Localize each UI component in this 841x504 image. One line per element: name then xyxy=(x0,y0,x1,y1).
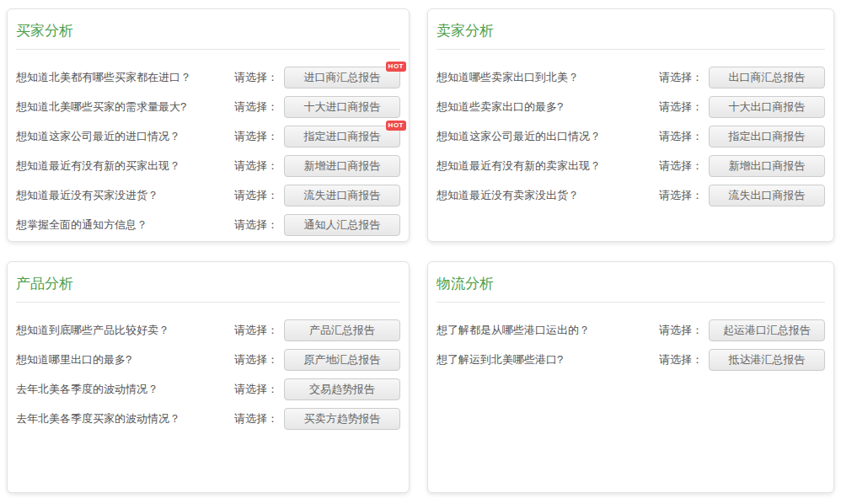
panel-title-product: 产品分析 xyxy=(16,262,400,303)
report-button-product-2[interactable]: 交易趋势报告 xyxy=(284,378,400,400)
panel-rows-logistics: 想了解都是从哪些港口运出的？ 请选择： 起运港口汇总报告 想了解运到北美哪些港口… xyxy=(437,319,825,371)
report-dashboard: 买家分析 想知道北美都有哪些买家都在进口？ 请选择： 进口商汇总报告 HOT 想… xyxy=(0,0,841,504)
select-label: 请选择： xyxy=(234,70,278,85)
report-button-logistics-0[interactable]: 起运港口汇总报告 xyxy=(709,319,825,341)
question-text: 想知道这家公司最近的进口情况？ xyxy=(16,129,234,144)
question-text: 想知道哪里出口的最多? xyxy=(16,352,234,367)
report-row: 想知道些卖家出口的最多? 请选择： 十大出口商报告 xyxy=(437,96,825,118)
select-label: 请选择： xyxy=(659,99,703,115)
report-row: 想掌握全面的通知方信息？ 请选择： 通知人汇总报告 xyxy=(16,214,400,236)
panel-title-logistics: 物流分析 xyxy=(437,262,825,303)
hot-badge: HOT xyxy=(386,121,406,131)
report-button-buyer-2[interactable]: 指定进口商报告 HOT xyxy=(284,126,400,147)
select-label: 请选择： xyxy=(234,129,278,144)
report-button-product-0[interactable]: 产品汇总报告 xyxy=(284,319,400,341)
panel-title-seller: 卖家分析 xyxy=(437,9,825,50)
question-text: 想知道北美哪些买家的需求量最大? xyxy=(16,99,234,115)
report-row: 想知道北美都有哪些买家都在进口？ 请选择： 进口商汇总报告 HOT xyxy=(16,67,400,88)
panel-rows-buyer: 想知道北美都有哪些买家都在进口？ 请选择： 进口商汇总报告 HOT 想知道北美哪… xyxy=(16,67,400,236)
select-label: 请选择： xyxy=(234,352,278,367)
question-text: 去年北美各季度买家的波动情况？ xyxy=(16,411,234,426)
select-label: 请选择： xyxy=(234,158,278,174)
report-row: 想知道最近没有卖家没出货？ 请选择： 流失出口商报告 xyxy=(437,185,825,206)
question-text: 想知道最近有没有新的卖家出现？ xyxy=(437,158,659,174)
panel-seller: 卖家分析 想知道哪些卖家出口到北美？ 请选择： 出口商汇总报告 想知道些卖家出口… xyxy=(427,8,834,242)
report-row: 想知道最近有没有新的卖家出现？ 请选择： 新增出口商报告 xyxy=(437,155,825,177)
report-button-seller-0[interactable]: 出口商汇总报告 xyxy=(709,67,825,88)
select-label: 请选择： xyxy=(659,158,703,174)
hot-badge: HOT xyxy=(386,62,406,72)
question-text: 想知道些卖家出口的最多? xyxy=(437,99,659,115)
report-row: 想知道这家公司最近的出口情况？ 请选择： 指定出口商报告 xyxy=(437,126,825,147)
panel-logistics: 物流分析 想了解都是从哪些港口运出的？ 请选择： 起运港口汇总报告 想了解运到北… xyxy=(427,261,834,493)
report-button-seller-1[interactable]: 十大出口商报告 xyxy=(709,96,825,118)
question-text: 想知道这家公司最近的出口情况？ xyxy=(437,129,659,144)
panel-buyer: 买家分析 想知道北美都有哪些买家都在进口？ 请选择： 进口商汇总报告 HOT 想… xyxy=(7,8,410,242)
report-button-label: 新增进口商报告 xyxy=(304,159,381,172)
report-button-logistics-1[interactable]: 抵达港汇总报告 xyxy=(709,349,825,371)
select-label: 请选择： xyxy=(659,323,703,338)
select-label: 请选择： xyxy=(234,382,278,397)
question-text: 去年北美各季度的波动情况？ xyxy=(16,382,234,397)
select-label: 请选择： xyxy=(234,323,278,338)
select-label: 请选择： xyxy=(234,411,278,426)
report-row: 去年北美各季度的波动情况？ 请选择： 交易趋势报告 xyxy=(16,378,400,400)
report-row: 想知道哪里出口的最多? 请选择： 原产地汇总报告 xyxy=(16,349,400,371)
report-button-seller-4[interactable]: 流失出口商报告 xyxy=(709,185,825,206)
report-row: 想知道哪些卖家出口到北美？ 请选择： 出口商汇总报告 xyxy=(437,67,825,88)
report-button-buyer-3[interactable]: 新增进口商报告 xyxy=(284,155,400,177)
panel-rows-seller: 想知道哪些卖家出口到北美？ 请选择： 出口商汇总报告 想知道些卖家出口的最多? … xyxy=(437,67,825,206)
select-label: 请选择： xyxy=(659,129,703,144)
panel-product: 产品分析 想知道到底哪些产品比较好卖？ 请选择： 产品汇总报告 想知道哪里出口的… xyxy=(7,261,410,493)
panel-title-buyer: 买家分析 xyxy=(16,9,400,50)
report-button-label: 流失进口商报告 xyxy=(304,189,381,201)
report-button-seller-2[interactable]: 指定出口商报告 xyxy=(709,126,825,147)
report-button-label: 十大出口商报告 xyxy=(729,100,806,113)
report-button-label: 交易趋势报告 xyxy=(309,383,375,395)
question-text: 想知道哪些卖家出口到北美？ xyxy=(437,70,659,85)
report-button-seller-3[interactable]: 新增出口商报告 xyxy=(709,155,825,177)
question-text: 想知道最近没有买家没进货？ xyxy=(16,188,234,203)
select-label: 请选择： xyxy=(659,188,703,203)
report-row: 想了解都是从哪些港口运出的？ 请选择： 起运港口汇总报告 xyxy=(437,319,825,341)
report-button-label: 进口商汇总报告 xyxy=(304,71,381,83)
report-button-buyer-4[interactable]: 流失进口商报告 xyxy=(284,185,400,206)
question-text: 想知道到底哪些产品比较好卖？ xyxy=(16,323,234,338)
select-label: 请选择： xyxy=(234,99,278,115)
report-button-product-3[interactable]: 买卖方趋势报告 xyxy=(284,408,400,430)
report-row: 想知道最近有没有新的买家出现？ 请选择： 新增进口商报告 xyxy=(16,155,400,177)
report-button-product-1[interactable]: 原产地汇总报告 xyxy=(284,349,400,371)
report-button-label: 买卖方趋势报告 xyxy=(304,412,381,425)
report-row: 去年北美各季度买家的波动情况？ 请选择： 买卖方趋势报告 xyxy=(16,408,400,430)
question-text: 想了解运到北美哪些港口? xyxy=(437,352,659,367)
question-text: 想知道北美都有哪些买家都在进口？ xyxy=(16,70,234,85)
question-text: 想掌握全面的通知方信息？ xyxy=(16,217,234,233)
report-button-label: 抵达港汇总报告 xyxy=(729,353,806,366)
select-label: 请选择： xyxy=(659,352,703,367)
report-button-label: 指定出口商报告 xyxy=(729,130,806,142)
report-button-label: 通知人汇总报告 xyxy=(304,218,381,231)
report-button-label: 指定进口商报告 xyxy=(304,130,381,142)
report-button-buyer-1[interactable]: 十大进口商报告 xyxy=(284,96,400,118)
report-row: 想知道这家公司最近的进口情况？ 请选择： 指定进口商报告 HOT xyxy=(16,126,400,147)
panel-rows-product: 想知道到底哪些产品比较好卖？ 请选择： 产品汇总报告 想知道哪里出口的最多? 请… xyxy=(16,319,400,430)
question-text: 想了解都是从哪些港口运出的？ xyxy=(437,323,659,338)
report-button-label: 原产地汇总报告 xyxy=(304,353,381,366)
report-row: 想知道到底哪些产品比较好卖？ 请选择： 产品汇总报告 xyxy=(16,319,400,341)
report-button-label: 产品汇总报告 xyxy=(309,324,375,336)
select-label: 请选择： xyxy=(234,217,278,233)
report-button-label: 新增出口商报告 xyxy=(729,159,806,172)
select-label: 请选择： xyxy=(234,188,278,203)
question-text: 想知道最近有没有新的买家出现？ xyxy=(16,158,234,174)
select-label: 请选择： xyxy=(659,70,703,85)
report-button-label: 出口商汇总报告 xyxy=(729,71,806,83)
report-button-buyer-5[interactable]: 通知人汇总报告 xyxy=(284,214,400,236)
report-row: 想知道最近没有买家没进货？ 请选择： 流失进口商报告 xyxy=(16,185,400,206)
report-row: 想知道北美哪些买家的需求量最大? 请选择： 十大进口商报告 xyxy=(16,96,400,118)
report-button-label: 流失出口商报告 xyxy=(729,189,806,201)
report-button-buyer-0[interactable]: 进口商汇总报告 HOT xyxy=(284,67,400,88)
report-button-label: 起运港口汇总报告 xyxy=(723,324,811,336)
report-row: 想了解运到北美哪些港口? 请选择： 抵达港汇总报告 xyxy=(437,349,825,371)
report-button-label: 十大进口商报告 xyxy=(304,100,381,113)
question-text: 想知道最近没有卖家没出货？ xyxy=(437,188,659,203)
